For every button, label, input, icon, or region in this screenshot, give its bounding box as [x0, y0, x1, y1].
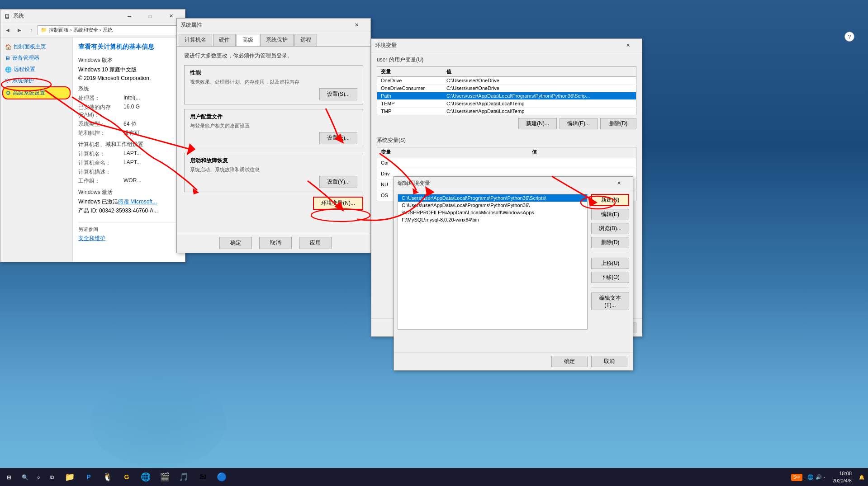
startup-settings-btn[interactable]: 设置(Y)... — [319, 176, 357, 188]
sys-props-title: 系统属性 — [180, 21, 346, 29]
taskbar-clock[interactable]: 18:08 2020/4/8 — [829, 470, 855, 484]
user-var-tmp[interactable]: TMP C:\Users\user\AppData\Local\Temp — [377, 108, 636, 115]
edit-env-text-btn[interactable]: 编辑文本(T)... — [591, 293, 629, 310]
edit-env-item-0[interactable]: C:\Users\user\AppData\Local\Programs\Pyt… — [398, 194, 587, 202]
perf-btn-row: 设置(S)... — [190, 88, 357, 100]
edit-env-item-1[interactable]: C:\Users\user\AppData\Local\Programs\Pyt… — [398, 202, 587, 209]
start-button[interactable]: ⊞ — [0, 468, 18, 486]
network-icon[interactable]: 🌐 — [807, 474, 814, 480]
taskbar-app-video[interactable]: 🎬 — [156, 469, 174, 486]
edit-env-cancel-btn[interactable]: 取消 — [591, 356, 627, 367]
productid-value: 产品 ID: 00342-35933-46760-A... — [78, 207, 158, 215]
maximize-button[interactable]: □ — [140, 9, 161, 23]
speaker-icon[interactable]: 🔊 — [816, 474, 822, 480]
taskbar-app-blue[interactable]: 🔵 — [213, 469, 231, 486]
env-dialog-close[interactable]: ✕ — [617, 39, 638, 52]
devices-icon: 🖥 — [5, 55, 10, 61]
info-workgroup: 工作组： WOR... — [78, 177, 180, 185]
sidebar-item-remote[interactable]: 🌐 远程设置 — [2, 64, 71, 75]
edit-env-browse-btn[interactable]: 浏览(B)... — [591, 223, 629, 234]
env-vars-button[interactable]: 环境变量(N)... — [313, 197, 363, 210]
system-window-controls: ─ □ ✕ — [119, 9, 181, 23]
tab-hardware[interactable]: 硬件 — [213, 34, 236, 46]
user-var-onedriveconsumer[interactable]: OneDriveConsumer C:\Users\user\OneDrive — [377, 85, 636, 92]
edit-env-close[interactable]: ✕ — [608, 177, 629, 190]
activation-link[interactable]: 阅读 Microsoft... — [118, 198, 157, 206]
taskbar-app-golden[interactable]: G — [118, 469, 136, 486]
edit-env-down-btn[interactable]: 下移(O) — [591, 272, 629, 283]
tab-remote[interactable]: 远程 — [294, 34, 317, 46]
user-var-value-onedriveconsumer: C:\Users\user\OneDrive — [443, 85, 636, 92]
edit-env-edit-btn[interactable]: 编辑(E) — [591, 209, 629, 220]
user-vars-table: 变量 值 OneDrive C:\Users\user\OneDrive One… — [377, 66, 636, 115]
env-dialog-title: 环境变量 — [375, 42, 617, 49]
taskbar-app-music[interactable]: 🎵 — [175, 469, 193, 486]
sys-props-cancel-btn[interactable]: 取消 — [259, 237, 292, 249]
tab-computer-name[interactable]: 计算机名 — [179, 34, 212, 46]
sidebar-item-advanced[interactable]: ⚙ 高级系统设置 — [2, 86, 71, 99]
sougou-icon[interactable]: S中 — [791, 474, 802, 481]
address-bar[interactable]: 📁 控制面板 › 系统和安全 › 系统 — [38, 25, 183, 35]
taskbar-app-chrome[interactable]: 🌐 — [137, 469, 155, 486]
perf-desc: 视觉效果、处理器计划、内存使用，以及虚拟内存 — [190, 79, 357, 85]
user-vars-col-name: 变量 — [377, 67, 443, 77]
edit-env-dialog: 编辑环境变量 ✕ C:\Users\user\AppData\Local\Pro… — [394, 176, 633, 371]
user-var-temp[interactable]: TEMP C:\Users\user\AppData\Local\Temp — [377, 100, 636, 108]
edit-env-item-2[interactable]: %USERPROFILE%\AppData\Local\Microsoft\Wi… — [398, 209, 587, 216]
taskbar-app-explorer[interactable]: 📁 — [61, 469, 79, 486]
clock-time: 18:08 — [832, 470, 852, 477]
minimize-button[interactable]: ─ — [119, 9, 140, 23]
edit-env-new-btn[interactable]: 新建(N) — [591, 194, 629, 206]
user-vars-delete-btn[interactable]: 删除(D) — [600, 118, 636, 129]
window-content: 🏠 控制面板主页 🖥 设备管理器 🌐 远程设置 🛡 系统保护 ⚙ 高 — [0, 38, 185, 262]
cpu-value: Intel(... — [123, 94, 140, 102]
back-button[interactable]: ◀ — [2, 25, 13, 36]
sidebar-item-devices[interactable]: 🖥 设备管理器 — [2, 52, 71, 64]
edit-env-list[interactable]: C:\Users\user\AppData\Local\Programs\Pyt… — [398, 194, 588, 330]
forward-button[interactable]: ▶ — [14, 25, 25, 36]
user-vars-edit-btn[interactable]: 编辑(E)... — [560, 118, 598, 129]
edit-env-up-btn[interactable]: 上移(U) — [591, 258, 629, 269]
task-view-icon: ⧉ — [50, 474, 54, 481]
edit-env-delete-btn[interactable]: 删除(D) — [591, 237, 629, 248]
help-button[interactable]: ? — [844, 32, 854, 42]
win-version-value: Windows 10 家庭中文版 — [78, 66, 137, 74]
security-link[interactable]: 安全和维护 — [78, 235, 180, 242]
sidebar-item-home[interactable]: 🏠 控制面板主页 — [2, 41, 71, 52]
sys-props-ok-btn[interactable]: 确定 — [219, 237, 252, 249]
fullname-value: LAPT... — [123, 159, 141, 167]
desktop: 🖥 系统 ─ □ ✕ ◀ ▶ ↑ 📁 控制面板 › 系统和安全 › 系统 🏠 控… — [0, 0, 868, 486]
sys-props-apply-btn[interactable]: 应用 — [299, 237, 332, 249]
home-icon: 🏠 — [5, 44, 12, 50]
sys-var-cor[interactable]: Cor — [377, 157, 636, 168]
breadcrumb-icon: 📁 — [41, 27, 47, 33]
perf-settings-btn[interactable]: 设置(S)... — [319, 88, 357, 100]
sidebar-protection-label: 系统保护 — [12, 77, 34, 85]
taskbar-app-penguin[interactable]: 🐧 — [99, 469, 117, 486]
music-icon: 🎵 — [179, 472, 189, 482]
cortana-button[interactable]: ○ — [32, 468, 45, 486]
user-profile-settings-btn[interactable]: 设置(E)... — [319, 132, 357, 144]
up-button[interactable]: ↑ — [26, 25, 37, 36]
user-vars-new-btn[interactable]: 新建(N)... — [518, 118, 557, 129]
notification-button[interactable]: 🔔 — [855, 475, 868, 480]
taskbar: ⊞ 🔍 ○ ⧉ 📁 P 🐧 G 🌐 — [0, 468, 868, 486]
user-var-onedrive[interactable]: OneDrive C:\Users\user\OneDrive — [377, 77, 636, 85]
search-button[interactable]: 🔍 — [18, 468, 32, 486]
sidebar-home-label: 控制面板主页 — [14, 43, 46, 51]
task-view-button[interactable]: ⧉ — [45, 468, 59, 486]
taskbar-app-mail[interactable]: ✉ — [194, 469, 212, 486]
edit-env-item-3[interactable]: F:\MySQL\mysql-8.0.20-winx64\bin — [398, 216, 587, 223]
edit-env-body: C:\Users\user\AppData\Local\Programs\Pyt… — [394, 190, 633, 370]
tab-advanced[interactable]: 高级 — [237, 34, 259, 46]
user-var-path[interactable]: Path C:\Users\user\AppData\Local\Program… — [377, 92, 636, 100]
tab-sys-protection[interactable]: 系统保护 — [260, 34, 294, 46]
workgroup-value: WOR... — [123, 177, 141, 185]
sys-props-close[interactable]: ✕ — [346, 19, 367, 32]
edit-env-ok-btn[interactable]: 确定 — [551, 356, 588, 367]
info-productid: 产品 ID: 00342-35933-46760-A... — [78, 207, 180, 215]
sys-props-titlebar: 系统属性 ✕ — [177, 19, 370, 32]
taskbar-app-ide[interactable]: P — [80, 469, 98, 486]
sidebar-item-protection[interactable]: 🛡 系统保护 — [2, 75, 71, 86]
copyright-value: © 2019 Microsoft Corporation, — [78, 75, 151, 81]
